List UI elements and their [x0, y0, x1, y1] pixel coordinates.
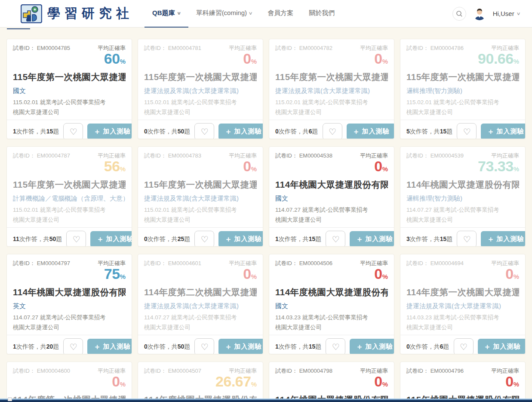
exam-subject: 計算機概論／電腦概論（含原理、大意） [13, 195, 126, 203]
heart-icon: ♡ [463, 235, 470, 244]
favorite-button[interactable]: ♡ [323, 123, 342, 139]
exam-company: 桃園大眾捷運公司 [275, 108, 388, 116]
exam-title[interactable]: 114年度第二次桃園大眾捷運… [144, 286, 257, 298]
heart-icon: ♡ [69, 127, 77, 136]
exam-card-body[interactable]: 試卷ID： EM00004785 平均正確率 60% 115年度第一次桃園大眾捷… [7, 39, 132, 120]
favorite-button[interactable]: ♡ [63, 338, 83, 354]
exam-card-body[interactable]: 試卷ID： EM00004787 平均正確率 56% 115年度第一次桃園大眾捷… [7, 147, 132, 227]
exam-subject: 捷運法規及常識(含大眾捷運常識) [275, 87, 388, 95]
exam-card-body[interactable]: 試卷ID： EM00004782 平均正確率 0% 115年度第一次桃園大眾捷運… [269, 39, 394, 120]
heart-icon: ♡ [332, 235, 339, 244]
exam-card-body[interactable]: 試卷ID： EM00004694 平均正確率 0% 114年度第一次桃園大眾捷運… [400, 254, 525, 335]
exam-card-body[interactable]: 試卷ID： EM00004798 平均正確率 0% 114年桃園大眾捷運股份有限… [269, 362, 394, 402]
accuracy-unit: % [120, 58, 126, 65]
add-to-test-button[interactable]: ＋ 加入測驗 [481, 231, 526, 247]
exam-title[interactable]: 115年度第一次桃園大眾捷運… [406, 71, 519, 83]
add-to-test-button[interactable]: ＋ 加入測驗 [87, 339, 132, 354]
exam-card-body[interactable]: 試卷ID： EM00004796 平均正確率 0% 115年桃園大眾捷運股份有限… [400, 362, 525, 402]
exam-title[interactable]: 115年度第一次桃園大眾捷運… [144, 179, 257, 191]
nav-item-practice[interactable]: 單科練習(coming) ∨ [188, 0, 260, 28]
favorite-button[interactable]: ♡ [457, 231, 477, 247]
favorite-button[interactable]: ♡ [194, 123, 214, 139]
favorite-button[interactable]: ♡ [457, 123, 477, 139]
search-button[interactable] [452, 7, 466, 21]
exam-title[interactable]: 114年度桃園大眾捷運股份有… [275, 286, 388, 298]
exam-title[interactable]: 114年桃園大眾捷運股份有限… [13, 286, 126, 298]
exam-card: 試卷ID： EM00004539 平均正確率 73.33% 114年桃園大眾捷運… [400, 146, 526, 247]
nav-item-qb[interactable]: QB題庫 ∨ [145, 0, 188, 28]
exam-title[interactable]: 114年桃園大眾捷運股份有限… [275, 179, 388, 191]
exam-title[interactable]: 115年度第一次桃園大眾捷運… [13, 71, 126, 83]
exam-title[interactable]: 115年度第一次桃園大眾捷運… [144, 71, 257, 83]
accuracy-value: 0 [243, 158, 251, 174]
exam-id: 試卷ID： EM00004785 [13, 44, 70, 52]
exam-card-footer: 1次作答，共15題 ♡ ＋ 加入測驗 [269, 335, 394, 354]
exam-card-body[interactable]: 試卷ID： EM00004797 平均正確率 75% 114年桃園大眾捷運股份有… [7, 254, 132, 335]
exam-id: 試卷ID： EM00004694 [406, 260, 464, 267]
add-to-test-button[interactable]: ＋ 加入測驗 [218, 339, 263, 354]
add-to-test-button[interactable]: ＋ 加入測驗 [350, 231, 394, 247]
taskbar-notch [8, 397, 12, 401]
add-to-test-button[interactable]: ＋ 加入測驗 [478, 339, 526, 354]
favorite-button[interactable]: ♡ [326, 231, 345, 247]
exam-card-body[interactable]: 試卷ID： EM00004539 平均正確率 73.33% 114年桃園大眾捷運… [400, 147, 525, 227]
plus-icon: ＋ [356, 342, 363, 352]
chevron-down-icon: ∨ [516, 11, 520, 16]
exam-title[interactable]: 115年度第一次桃園大眾捷運… [13, 179, 126, 191]
exam-card-footer: 0次作答，共50題 ♡ ＋ 加入測驗 [138, 335, 263, 354]
favorite-button[interactable]: ♡ [63, 123, 83, 139]
exam-card-footer: 1次作答，共15題 ♡ ＋ 加入測驗 [269, 227, 394, 247]
exam-title[interactable]: 115年度第一次桃園大眾捷運… [275, 71, 388, 83]
favorite-button[interactable]: ♡ [66, 231, 86, 247]
exam-card-body[interactable]: 試卷ID： EM00004600 平均正確率 0% 114年度第一次桃園大眾捷運… [7, 362, 132, 402]
favorite-button[interactable]: ♡ [194, 231, 214, 247]
add-to-test-button[interactable]: ＋ 加入測驗 [218, 124, 263, 139]
exam-date-category: 114.07.27 就業考試-公民營事業招考 [406, 206, 519, 214]
user-greeting: Hi,User [493, 10, 514, 17]
attempts-summary: 3次作答，共15題 [406, 235, 452, 243]
exam-card: 試卷ID： EM00004787 平均正確率 56% 115年度第一次桃園大眾捷… [6, 146, 132, 247]
exam-date-category: 115.02.01 就業考試-公民營事業招考 [13, 99, 126, 106]
accuracy-unit: % [382, 273, 388, 280]
exam-company: 桃園大眾捷運公司 [13, 216, 126, 224]
exam-id: 試卷ID： EM00004798 [275, 367, 332, 375]
add-to-test-button[interactable]: ＋ 加入測驗 [350, 339, 394, 354]
favorite-button[interactable]: ♡ [454, 338, 474, 354]
user-menu[interactable]: Hi,User ∨ [493, 10, 520, 17]
nav-item-about[interactable]: 關於我們 [301, 0, 342, 28]
exam-card-body[interactable]: 試卷ID： EM00004783 平均正確率 0% 115年度第一次桃園大眾捷運… [138, 147, 263, 227]
add-to-test-button[interactable]: ＋ 加入測驗 [481, 124, 526, 139]
accuracy-value: 73.33 [478, 158, 514, 174]
exam-card-body[interactable]: 試卷ID： EM00004507 平均正確率 26.67% 114年度桃園大眾捷… [138, 362, 263, 402]
exam-company: 桃園大眾捷運公司 [406, 324, 519, 331]
accuracy-unit: % [382, 380, 388, 388]
exam-card-body[interactable]: 試卷ID： EM00004538 平均正確率 0% 114年桃園大眾捷運股份有限… [269, 147, 394, 227]
logo[interactable]: 學習研究社 [21, 4, 133, 23]
heart-icon: ♡ [200, 343, 208, 351]
accuracy-unit: % [120, 273, 126, 280]
add-to-test-button[interactable]: ＋ 加入測驗 [87, 124, 132, 139]
exam-card-body[interactable]: 試卷ID： EM00004601 平均正確率 0% 114年度第二次桃園大眾捷運… [138, 254, 263, 335]
exam-id: 試卷ID： EM00004538 [275, 152, 332, 160]
exam-card-body[interactable]: 試卷ID： EM00004781 平均正確率 0% 115年度第一次桃園大眾捷運… [138, 39, 263, 120]
exam-card: 試卷ID： EM00004797 平均正確率 75% 114年桃園大眾捷運股份有… [6, 254, 132, 354]
favorite-button[interactable]: ♡ [194, 338, 214, 354]
attempts-summary: 0次作答，共50題 [144, 343, 190, 351]
avatar[interactable] [473, 7, 486, 20]
exam-card-body[interactable]: 試卷ID： EM00004786 平均正確率 90.66% 115年度第一次桃園… [400, 39, 525, 120]
exam-company: 桃園大眾捷運公司 [144, 108, 257, 116]
add-to-test-button[interactable]: ＋ 加入測驗 [347, 124, 394, 139]
exam-card-footer: 5次作答，共15題 ♡ ＋ 加入測驗 [400, 120, 525, 139]
accuracy-value: 0 [374, 373, 382, 390]
exam-card: 試卷ID： EM00004506 平均正確率 0% 114年度桃園大眾捷運股份有… [269, 254, 394, 354]
add-to-test-button[interactable]: ＋ 加入測驗 [90, 231, 132, 247]
accuracy-value: 0 [374, 158, 382, 174]
exam-title[interactable]: 114年度第一次桃園大眾捷運… [406, 286, 519, 298]
favorite-button[interactable]: ♡ [326, 338, 345, 354]
nav-item-membership[interactable]: 會員方案 [260, 0, 301, 28]
logo-title: 學習研究社 [47, 5, 133, 22]
exam-title[interactable]: 114年桃園大眾捷運股份有限… [406, 179, 519, 191]
exam-card-body[interactable]: 試卷ID： EM00004506 平均正確率 0% 114年度桃園大眾捷運股份有… [269, 254, 394, 335]
add-to-test-button[interactable]: ＋ 加入測驗 [218, 231, 263, 247]
chevron-down-icon: ∨ [249, 11, 253, 15]
